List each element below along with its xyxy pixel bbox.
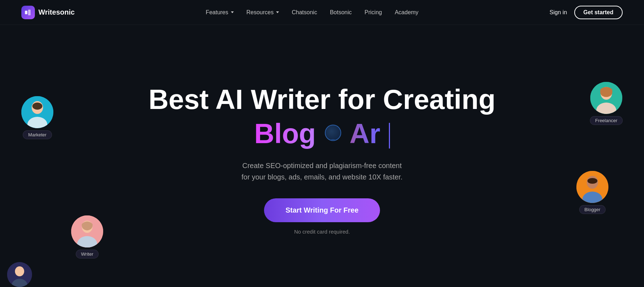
cursor-blink <box>389 123 390 148</box>
svg-rect-0 <box>25 11 27 14</box>
avatar-blogger-label: Blogger <box>579 205 606 214</box>
logo-icon <box>21 6 35 19</box>
nav-botsonic[interactable]: Botsonic <box>330 9 352 16</box>
nav-features[interactable]: Features <box>206 9 233 16</box>
nav-links: Features Resources Chatsonic Botsonic Pr… <box>206 9 418 16</box>
nav-actions: Sign in Get started <box>550 6 623 19</box>
svg-point-5 <box>32 103 42 110</box>
avatar-freelancer-label: Freelancer <box>590 116 623 125</box>
avatar-freelancer-image <box>590 82 622 114</box>
avatar-marketer-image <box>21 96 53 128</box>
nav-academy[interactable]: Academy <box>395 9 418 16</box>
avatar-writer-image <box>71 215 103 247</box>
avatar-writer: Writer <box>71 215 103 259</box>
avatar-blogger: Blogger <box>576 171 608 214</box>
svg-point-10 <box>15 266 24 276</box>
avatar-writer-label: Writer <box>76 250 99 259</box>
avatar-marketer: Marketer <box>21 96 53 139</box>
no-credit-card-text: No credit card required. <box>294 229 350 235</box>
cta-start-writing-button[interactable]: Start Writing For Free <box>264 198 380 222</box>
svg-point-19 <box>328 140 338 141</box>
nav-resources[interactable]: Resources <box>247 9 279 16</box>
chevron-down-icon <box>231 11 234 13</box>
brand-name: Writesonic <box>38 8 75 16</box>
ai-mic-icon <box>325 125 341 141</box>
avatar-marketer-label: Marketer <box>23 130 52 139</box>
avatar-bottom-partial <box>7 262 32 287</box>
nav-chatsonic[interactable]: Chatsonic <box>292 9 317 16</box>
hero-art-word: Ar <box>349 118 380 149</box>
hero-subtitle: Create SEO-optimized and plagiarism-free… <box>242 160 402 183</box>
logo-link[interactable]: Writesonic <box>21 6 75 19</box>
svg-rect-1 <box>28 10 31 15</box>
get-started-button[interactable]: Get started <box>574 6 623 19</box>
navbar: Writesonic Features Resources Chatsonic … <box>0 0 644 25</box>
avatar-freelancer: Freelancer <box>590 82 623 125</box>
chevron-down-icon <box>276 11 279 13</box>
svg-point-18 <box>587 178 597 184</box>
nav-pricing[interactable]: Pricing <box>365 9 382 16</box>
hero-title-line1: Best AI Writer for Creating <box>148 84 495 115</box>
signin-link[interactable]: Sign in <box>550 9 567 16</box>
avatar-blogger-image <box>576 171 608 203</box>
avatar-bottom-image <box>7 262 32 287</box>
hero-title-line2: Blog Ar <box>254 119 390 149</box>
hero-blog-word: Blog <box>254 118 316 149</box>
hero-section: Marketer Writer <box>0 25 644 287</box>
